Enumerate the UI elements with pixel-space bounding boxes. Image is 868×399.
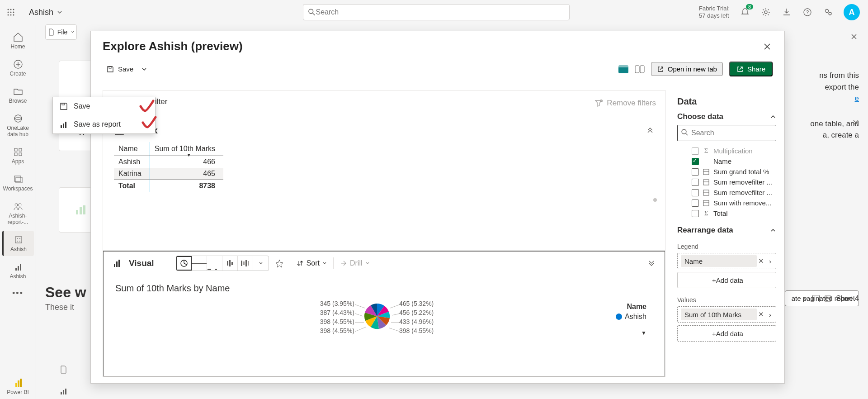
chart-legend[interactable]: Name Ashish ▼ (616, 303, 646, 336)
viz-column-icon[interactable] (222, 256, 238, 271)
measure-icon (703, 200, 710, 207)
collapse-icon[interactable] (646, 126, 654, 134)
settings-icon[interactable] (760, 7, 771, 18)
close-icon[interactable] (762, 41, 773, 52)
notif-badge: 8 (746, 4, 753, 10)
rail-browse[interactable]: Browse (2, 82, 34, 108)
sort-icon (297, 260, 304, 267)
svg-point-29 (17, 241, 18, 242)
save-menu-save-as-report[interactable]: Save as report (53, 115, 155, 133)
avatar[interactable]: A (844, 4, 860, 20)
visual-icon (113, 258, 123, 268)
add-values-button[interactable]: +Add data (677, 325, 776, 342)
chevron-down-icon[interactable] (57, 10, 62, 15)
chevron-up-icon[interactable] (770, 114, 776, 120)
feedback-icon[interactable] (823, 7, 834, 18)
sheet-item[interactable]: Sheet4 (802, 294, 859, 303)
remove-filters-button[interactable]: Remove filters (594, 99, 656, 108)
viz-bar-horizontal-icon[interactable] (192, 256, 207, 271)
filter-clear-icon (594, 99, 603, 108)
col-name-header[interactable]: Name (114, 142, 150, 156)
rail-create[interactable]: Create (2, 55, 34, 81)
rail-ashish-report2[interactable]: Ashish (2, 258, 34, 283)
save-button[interactable]: Save (103, 63, 151, 75)
chevron-right-icon[interactable]: › (767, 311, 773, 318)
download-icon[interactable] (781, 7, 792, 18)
rail-apps[interactable]: Apps (2, 143, 34, 168)
viz-pie-icon[interactable] (176, 256, 192, 271)
file-menu-button[interactable]: File (45, 24, 77, 40)
viz-stacked-bar-icon[interactable] (207, 256, 222, 271)
expand-icon[interactable] (647, 259, 656, 267)
values-field-pill[interactable]: Sum of 10th Marks✕› (677, 306, 776, 323)
svg-point-2 (13, 9, 14, 10)
visual-type-switcher[interactable] (176, 256, 269, 271)
remove-icon[interactable]: ✕ (755, 257, 767, 265)
rail-home[interactable]: Home (2, 28, 34, 53)
viz-clustered-column-icon[interactable] (238, 256, 253, 271)
notifications-icon[interactable]: 8 (740, 7, 750, 18)
chart-title: Sum of 10th Marks by Name (104, 275, 665, 296)
svg-rect-50 (640, 66, 644, 73)
svg-point-1 (10, 9, 12, 10)
data-search-input[interactable] (677, 125, 776, 141)
sigma-icon: Σ (703, 147, 710, 155)
chevron-down-icon (322, 261, 327, 266)
table-row: Ashish466 (114, 156, 223, 168)
share-button[interactable]: Share (729, 62, 773, 76)
split-view-icon[interactable] (635, 65, 645, 73)
viz-more-button[interactable] (253, 256, 269, 271)
chevron-down-icon[interactable] (142, 66, 147, 72)
svg-rect-77 (703, 180, 709, 185)
svg-rect-44 (65, 389, 66, 394)
close-icon[interactable] (851, 33, 859, 42)
ai-suggest-icon[interactable] (275, 259, 283, 268)
save-menu-save[interactable]: Save (53, 97, 155, 115)
field-list[interactable]: ΣMultiplication Name Sum grand total % S… (677, 146, 776, 218)
leader-lines (355, 303, 400, 339)
rail-more[interactable]: ••• (2, 285, 34, 302)
workspace-name[interactable]: Ashish (29, 8, 53, 17)
legend-field-pill[interactable]: Name✕› (677, 253, 776, 269)
remove-icon[interactable]: ✕ (755, 310, 767, 318)
table-total-row: Total8738 (114, 180, 223, 192)
rail-workspaces[interactable]: Workspaces (2, 170, 34, 195)
svg-line-65 (355, 304, 365, 308)
svg-point-9 (309, 9, 313, 14)
svg-point-28 (19, 238, 20, 239)
rail-ashish-dataset[interactable]: Ashish (2, 231, 34, 256)
global-search[interactable] (303, 4, 570, 20)
chevron-down-icon[interactable]: ▼ (616, 330, 646, 336)
app-launcher-icon[interactable] (5, 7, 16, 18)
chevron-up-icon[interactable] (770, 227, 776, 233)
svg-rect-49 (635, 66, 639, 73)
trial-status[interactable]: Fabric Trial: 57 days left (699, 5, 730, 19)
svg-line-68 (355, 327, 366, 332)
close-icon[interactable] (853, 119, 859, 126)
table-row: Katrina465 (114, 168, 223, 180)
open-new-tab-button[interactable]: Open in new tab (651, 62, 723, 76)
add-legend-button[interactable]: +Add data (677, 272, 776, 288)
search-input[interactable] (316, 8, 565, 16)
field-row: ΣTotal (677, 208, 776, 218)
layout-toggle-icon[interactable] (618, 65, 628, 73)
sort-button[interactable]: Sort (297, 259, 327, 267)
matrix-table[interactable]: Name Sum of 10th Marks▼ Ashish466 Katrin… (114, 142, 223, 192)
choose-data-section[interactable]: Choose data (677, 112, 723, 121)
rail-onelake[interactable]: OneLake data hub (2, 109, 34, 141)
left-nav-rail: Home Create Browse OneLake data hub Apps… (0, 24, 36, 399)
checkbox[interactable] (812, 295, 820, 302)
col-sum-header[interactable]: Sum of 10th Marks▼ (150, 142, 223, 156)
svg-line-66 (355, 314, 363, 316)
pie-chart[interactable]: 345 (3.95%) 387 (4.43%) 398 (4.55%) 398 … (104, 296, 665, 364)
svg-rect-81 (703, 200, 709, 206)
rail-ashish-report[interactable]: Ashish-report-... (2, 197, 34, 229)
rail-powerbi[interactable]: Power BI (2, 377, 34, 395)
chart-thumbnail-icon (75, 204, 88, 215)
help-icon[interactable]: ? (802, 7, 813, 18)
chevron-right-icon[interactable]: › (767, 257, 773, 265)
rearrange-section[interactable]: Rearrange data (677, 226, 733, 235)
search-icon (308, 8, 316, 16)
svg-text:?: ? (806, 10, 809, 15)
field-row: Sum grand total % (677, 166, 776, 177)
